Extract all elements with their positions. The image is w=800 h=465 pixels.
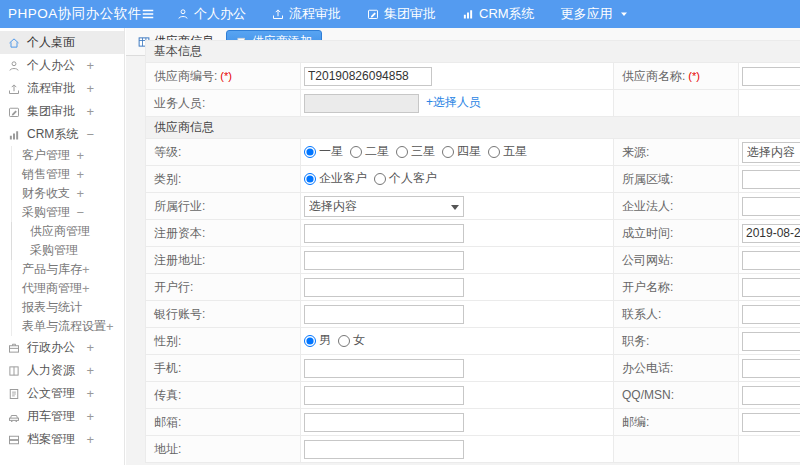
expand-toggle-icon[interactable]: + <box>86 409 94 424</box>
source-select[interactable]: 选择内容 <box>742 142 800 163</box>
sidebar-item-finance-income-expense[interactable]: 财务收支+ <box>11 184 124 203</box>
expand-toggle-icon[interactable]: + <box>86 432 94 447</box>
qq-msn-input[interactable] <box>742 386 800 405</box>
expand-toggle-icon[interactable]: + <box>76 186 84 201</box>
expand-toggle-icon[interactable]: + <box>82 262 90 277</box>
sidebar-item-label: 财务收支 <box>22 185 70 202</box>
field-label: 成立时间: <box>614 220 739 247</box>
level-radio-3[interactable]: 四星 <box>442 143 481 160</box>
field-cell: 选择内容 <box>301 193 614 220</box>
field-label <box>614 436 739 463</box>
topnav-workflow-approval[interactable]: 流程审批 <box>272 5 341 23</box>
legal-person-input[interactable] <box>742 197 800 216</box>
sidebar-item-vehicle-mgmt[interactable]: 用车管理+ <box>0 405 124 428</box>
email-input[interactable] <box>304 413 464 432</box>
founded-date-input[interactable] <box>742 224 800 243</box>
level-radio-input[interactable] <box>350 146 362 158</box>
sidebar-item-personal-office[interactable]: 个人办公+ <box>0 54 124 77</box>
fax-input[interactable] <box>304 386 464 405</box>
chart-icon <box>462 8 474 20</box>
category-radio-input[interactable] <box>304 173 316 185</box>
sidebar-item-personal-desktop[interactable]: 个人桌面 <box>0 31 124 54</box>
industry-select[interactable]: 选择内容 <box>304 196 464 217</box>
expand-toggle-icon[interactable]: + <box>86 340 94 355</box>
region-input[interactable] <box>742 170 800 189</box>
field-cell <box>739 274 800 301</box>
mobile-input[interactable] <box>304 359 464 378</box>
business-staff-input[interactable] <box>304 94 419 113</box>
category-radio-input[interactable] <box>374 173 386 185</box>
expand-toggle-icon[interactable]: + <box>86 58 94 73</box>
form-row: 银行账号:联系人: <box>146 301 800 328</box>
sidebar-item-supplier-mgmt[interactable]: 供应商管理 <box>11 222 124 241</box>
zip-code-input[interactable] <box>742 413 800 432</box>
gender-radio-input[interactable] <box>338 335 350 347</box>
sidebar-item-procurement-mgmt[interactable]: 采购管理− <box>11 203 124 222</box>
form-row: 供应商编号:(*)供应商名称:(*) <box>146 63 800 90</box>
radio-label: 男 <box>319 332 331 349</box>
address-input[interactable] <box>304 440 464 459</box>
sidebar-item-human-resources[interactable]: 人力资源+ <box>0 359 124 382</box>
company-website-input[interactable] <box>742 251 800 270</box>
supplier-code-input[interactable] <box>304 67 432 86</box>
form-row: 所属行业:选择内容企业法人: <box>146 193 800 220</box>
sidebar-item-form-workflow-settings[interactable]: 表单与流程设置+ <box>11 317 124 336</box>
sidebar-item-reports-stats[interactable]: 报表与统计 <box>11 298 124 317</box>
field-cell <box>301 63 614 90</box>
level-radio-2[interactable]: 三星 <box>396 143 435 160</box>
topnav-group-approval[interactable]: 集团审批 <box>367 5 436 23</box>
expand-toggle-icon[interactable]: + <box>76 148 84 163</box>
field-label: 办公电话: <box>614 355 739 382</box>
level-radio-input[interactable] <box>396 146 408 158</box>
gender-radio-1[interactable]: 女 <box>338 332 365 349</box>
topnav-crm-system[interactable]: CRM系统 <box>462 5 535 23</box>
level-radio-0[interactable]: 一星 <box>304 143 343 160</box>
category-radio-1[interactable]: 个人客户 <box>374 170 437 187</box>
expand-toggle-icon[interactable]: − <box>76 205 84 220</box>
gender-radio-0[interactable]: 男 <box>304 332 331 349</box>
topnav-personal-office[interactable]: 个人办公 <box>177 5 246 23</box>
supplier-name-input[interactable] <box>742 67 800 86</box>
level-radio-input[interactable] <box>488 146 500 158</box>
registered-capital-input[interactable] <box>304 224 464 243</box>
expand-toggle-icon[interactable]: + <box>86 81 94 96</box>
expand-toggle-icon[interactable]: − <box>86 127 94 142</box>
sidebar-item-sales-mgmt[interactable]: 销售管理+ <box>11 165 124 184</box>
menu-toggle-icon[interactable] <box>141 7 155 21</box>
level-radio-1[interactable]: 二星 <box>350 143 389 160</box>
sidebar-item-document-mgmt[interactable]: 公文管理+ <box>0 382 124 405</box>
expand-toggle-icon[interactable]: + <box>86 363 94 378</box>
topnav-more-apps[interactable]: 更多应用 <box>561 5 630 23</box>
sidebar-item-admin-office[interactable]: 行政办公+ <box>0 336 124 359</box>
registered-address-input[interactable] <box>304 251 464 270</box>
radio-label: 五星 <box>503 143 527 160</box>
level-radio-input[interactable] <box>304 146 316 158</box>
business-staff-picker-link[interactable]: +选择人员 <box>426 95 481 109</box>
category-radio-0[interactable]: 企业客户 <box>304 170 367 187</box>
level-radio-input[interactable] <box>442 146 454 158</box>
contact-person-input[interactable] <box>742 305 800 324</box>
expand-toggle-icon[interactable]: + <box>106 319 114 334</box>
expand-toggle-icon[interactable]: + <box>82 281 90 296</box>
expand-toggle-icon[interactable]: + <box>76 167 84 182</box>
expand-toggle-icon[interactable]: + <box>86 104 94 119</box>
bank-input[interactable] <box>304 278 464 297</box>
sidebar-item-customer-mgmt[interactable]: 客户管理+ <box>11 146 124 165</box>
account-name-input[interactable] <box>742 278 800 297</box>
form-row: 手机:办公电话: <box>146 355 800 382</box>
sidebar-item-product-inventory[interactable]: 产品与库存+ <box>11 260 124 279</box>
sidebar-item-crm-system[interactable]: CRM系统− <box>0 123 124 146</box>
expand-toggle-icon[interactable]: + <box>86 386 94 401</box>
industry-select-control[interactable]: 选择内容 <box>304 196 464 217</box>
gender-radio-input[interactable] <box>304 335 316 347</box>
level-radio-4[interactable]: 五星 <box>488 143 527 160</box>
sidebar-item-group-approval[interactable]: 集团审批+ <box>0 100 124 123</box>
source-select-control[interactable]: 选择内容 <box>742 142 800 163</box>
sidebar-item-agent-mgmt[interactable]: 代理商管理+ <box>11 279 124 298</box>
sidebar-item-purchasing-mgmt[interactable]: 采购管理 <box>11 241 124 260</box>
bank-account-input[interactable] <box>304 305 464 324</box>
sidebar-item-archive-mgmt[interactable]: 档案管理+ <box>0 428 124 451</box>
position-input[interactable] <box>742 332 800 351</box>
office-phone-input[interactable] <box>742 359 800 378</box>
sidebar-item-workflow-approval[interactable]: 流程审批+ <box>0 77 124 100</box>
